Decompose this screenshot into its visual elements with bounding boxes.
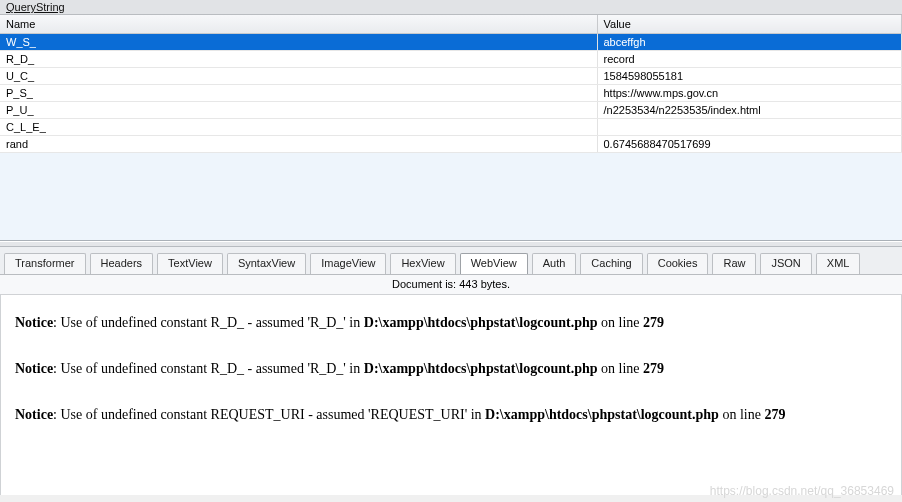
cell-name[interactable]: rand bbox=[0, 135, 597, 152]
php-notice: Notice: Use of undefined constant R_D_ -… bbox=[15, 311, 887, 335]
webview-content[interactable]: Notice: Use of undefined constant R_D_ -… bbox=[0, 295, 902, 495]
tab-hexview[interactable]: HexView bbox=[390, 253, 455, 274]
php-notice: Notice: Use of undefined constant R_D_ -… bbox=[15, 357, 887, 381]
tab-cookies[interactable]: Cookies bbox=[647, 253, 709, 274]
tab-headers[interactable]: Headers bbox=[90, 253, 154, 274]
cell-name[interactable]: W_S_ bbox=[0, 33, 597, 50]
cell-value[interactable]: abceffgh bbox=[597, 33, 902, 50]
cell-name[interactable]: P_U_ bbox=[0, 101, 597, 118]
cell-name[interactable]: C_L_E_ bbox=[0, 118, 597, 135]
tab-xml[interactable]: XML bbox=[816, 253, 861, 274]
tab-imageview[interactable]: ImageView bbox=[310, 253, 386, 274]
document-size-label: Document is: 443 bytes. bbox=[0, 275, 902, 295]
cell-value[interactable]: https://www.mps.gov.cn bbox=[597, 84, 902, 101]
querystring-grid-area: Name Value W_S_abceffghR_D_recordU_C_158… bbox=[0, 15, 902, 241]
tab-json[interactable]: JSON bbox=[760, 253, 811, 274]
table-row[interactable]: C_L_E_ bbox=[0, 118, 902, 135]
table-row[interactable]: P_S_https://www.mps.gov.cn bbox=[0, 84, 902, 101]
querystring-table[interactable]: Name Value W_S_abceffghR_D_recordU_C_158… bbox=[0, 15, 902, 153]
tab-auth[interactable]: Auth bbox=[532, 253, 577, 274]
cell-name[interactable]: U_C_ bbox=[0, 67, 597, 84]
tab-syntaxview[interactable]: SyntaxView bbox=[227, 253, 306, 274]
panel-title: QueryString bbox=[0, 0, 902, 15]
cell-value[interactable]: /n2253534/n2253535/index.html bbox=[597, 101, 902, 118]
tab-transformer[interactable]: Transformer bbox=[4, 253, 86, 274]
cell-value[interactable] bbox=[597, 118, 902, 135]
inspector-tabs: TransformerHeadersTextViewSyntaxViewImag… bbox=[0, 247, 902, 275]
tab-textview[interactable]: TextView bbox=[157, 253, 223, 274]
tab-webview[interactable]: WebView bbox=[460, 253, 528, 274]
tab-caching[interactable]: Caching bbox=[580, 253, 642, 274]
cell-name[interactable]: R_D_ bbox=[0, 50, 597, 67]
table-row[interactable]: R_D_record bbox=[0, 50, 902, 67]
tab-raw[interactable]: Raw bbox=[712, 253, 756, 274]
cell-value[interactable]: 0.6745688470517699 bbox=[597, 135, 902, 152]
table-row[interactable]: rand0.6745688470517699 bbox=[0, 135, 902, 152]
table-row[interactable]: P_U_/n2253534/n2253535/index.html bbox=[0, 101, 902, 118]
cell-value[interactable]: 1584598055181 bbox=[597, 67, 902, 84]
col-value[interactable]: Value bbox=[597, 15, 902, 33]
table-row[interactable]: W_S_abceffgh bbox=[0, 33, 902, 50]
cell-value[interactable]: record bbox=[597, 50, 902, 67]
table-row[interactable]: U_C_1584598055181 bbox=[0, 67, 902, 84]
table-header-row[interactable]: Name Value bbox=[0, 15, 902, 33]
cell-name[interactable]: P_S_ bbox=[0, 84, 597, 101]
col-name[interactable]: Name bbox=[0, 15, 597, 33]
php-notice: Notice: Use of undefined constant REQUES… bbox=[15, 403, 887, 427]
